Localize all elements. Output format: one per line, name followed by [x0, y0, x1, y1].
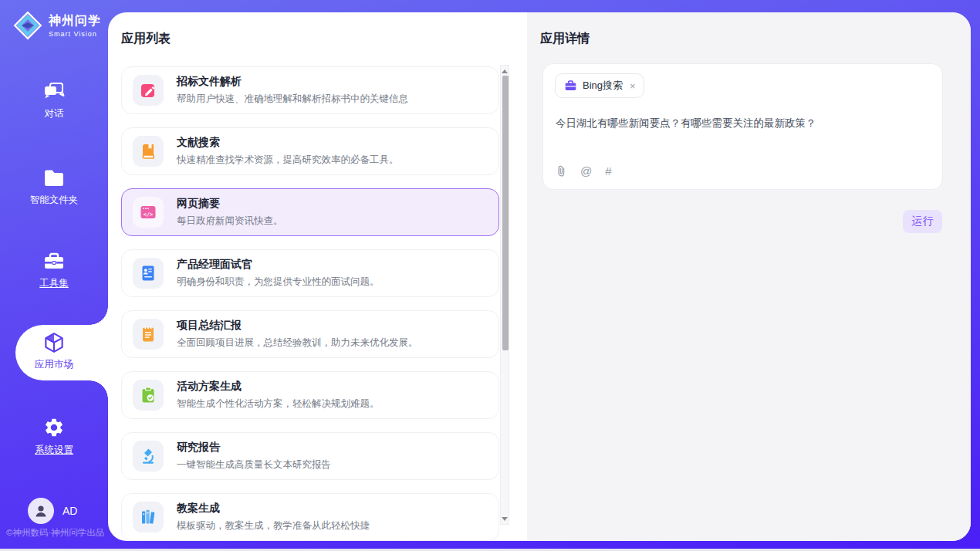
app-name: 产品经理面试官: [177, 258, 380, 272]
copyright-text: ©神州数码·神州问学出品: [6, 527, 108, 539]
app-name: 教案生成: [177, 502, 370, 516]
app-card[interactable]: </> 网页摘要 每日政府新闻资讯快查。: [121, 188, 499, 236]
app-card[interactable]: 招标文件解析 帮助用户快速、准确地理解和解析招标书中的关键信息: [121, 66, 499, 114]
app-description: 明确身份和职责，为您提供专业性的面试问题。: [177, 276, 380, 289]
tool-tag-label: Bing搜索: [583, 79, 623, 93]
diamond-logo-icon: [12, 10, 43, 41]
app-list-title: 应用列表: [121, 31, 171, 47]
app-description: 帮助用户快速、准确地理解和解析招标书中的关键信息: [177, 93, 408, 106]
chat-icon: [42, 80, 66, 102]
app-detail-title: 应用详情: [540, 31, 590, 47]
scroll-down-arrow-icon[interactable]: [501, 514, 509, 523]
sidebar-item-label: 应用市场: [35, 358, 73, 371]
briefcase-icon: [564, 80, 577, 92]
sidebar-item-label: 智能文件夹: [30, 194, 79, 207]
folder-icon: [42, 168, 66, 188]
app-description: 全面回顾项目进展，总结经验教训，助力未来优化发展。: [177, 336, 418, 350]
app-card[interactable]: 项目总结汇报 全面回顾项目进展，总结经验教训，助力未来优化发展。: [121, 310, 499, 358]
brand-text: 神州问学 Smart Vision: [49, 13, 101, 38]
notepad-icon: [133, 319, 164, 350]
query-composer[interactable]: Bing搜索 × 今日湖北有哪些新闻要点？有哪些需要关注的最新政策？ @ #: [542, 63, 943, 190]
app-name: 项目总结汇报: [177, 319, 418, 333]
app-window: 神州问学 Smart Vision 对话 智能文件夹: [0, 0, 980, 551]
microscope-icon: [133, 441, 164, 472]
app-description: 一键智能生成高质量长文本研究报告: [177, 458, 331, 472]
sidebar-item-label: 工具集: [39, 277, 69, 290]
app-name: 活动方案生成: [177, 380, 380, 394]
brand-subtitle: Smart Vision: [49, 30, 101, 38]
app-name: 研究报告: [177, 441, 331, 455]
pen-square-icon: [133, 75, 164, 106]
app-name: 文献搜索: [177, 136, 399, 150]
app-description: 每日政府新闻资讯快查。: [177, 215, 283, 228]
scroll-up-arrow-icon[interactable]: [501, 66, 509, 76]
composer-toolbar: @ #: [556, 164, 612, 177]
app-list-scrollbar[interactable]: [500, 65, 509, 525]
sidebar-item-app-market[interactable]: 应用市场: [0, 331, 108, 371]
brand-name: 神州问学: [49, 13, 101, 29]
browser-code-icon: </>: [133, 197, 164, 228]
user-name: AD: [63, 505, 77, 517]
svg-text:</>: </>: [144, 211, 154, 218]
sidebar-item-chat[interactable]: 对话: [0, 80, 108, 120]
books-icon: [133, 502, 164, 532]
gear-icon: [43, 417, 65, 438]
resume-icon: [133, 258, 164, 289]
clipboard-check-icon: [133, 380, 164, 411]
app-description: 模板驱动，教案生成，教学准备从此轻松快捷: [177, 519, 370, 532]
cube-icon: [42, 331, 66, 354]
user-account[interactable]: AD: [28, 498, 77, 524]
app-name: 网页摘要: [177, 197, 283, 211]
main-content: 应用列表 招标文件解析 帮助用户快速、准确地理解和解析招标书中的关键信息 文献搜…: [108, 12, 971, 541]
toolbox-icon: [42, 252, 66, 272]
sidebar-item-label: 系统设置: [35, 444, 73, 457]
app-card[interactable]: 文献搜索 快速精准查找学术资源，提高研究效率的必备工具。: [121, 127, 499, 175]
avatar: [28, 498, 54, 524]
app-description: 智能生成个性化活动方案，轻松解决规划难题。: [177, 397, 380, 411]
app-card[interactable]: 教案生成 模板驱动，教案生成，教学准备从此轻松快捷: [121, 493, 499, 541]
hash-icon[interactable]: #: [605, 164, 611, 177]
close-icon[interactable]: ×: [630, 80, 636, 92]
book-icon: [133, 136, 164, 167]
brand-logo: 神州问学 Smart Vision: [12, 10, 101, 41]
app-detail-panel: 应用详情 Bing搜索 × 今日湖北有哪些新闻要点？有哪些需要关注的最新政策？: [527, 12, 971, 541]
sidebar-item-smart-folder[interactable]: 智能文件夹: [0, 168, 108, 207]
scrollbar-thumb[interactable]: [502, 76, 509, 350]
query-text[interactable]: 今日湖北有哪些新闻要点？有哪些需要关注的最新政策？: [556, 117, 926, 130]
sidebar-item-label: 对话: [45, 107, 64, 120]
sidebar-item-system-settings[interactable]: 系统设置: [0, 417, 108, 457]
tool-tag-bing-search[interactable]: Bing搜索 ×: [555, 73, 644, 98]
app-card[interactable]: 活动方案生成 智能生成个性化活动方案，轻松解决规划难题。: [121, 371, 499, 419]
app-card[interactable]: 产品经理面试官 明确身份和职责，为您提供专业性的面试问题。: [121, 249, 499, 297]
app-card[interactable]: 研究报告 一键智能生成高质量长文本研究报告: [121, 432, 499, 480]
app-name: 招标文件解析: [177, 75, 408, 89]
run-button[interactable]: 运行: [903, 210, 942, 233]
sidebar-item-toolset[interactable]: 工具集: [0, 252, 108, 290]
at-icon[interactable]: @: [580, 164, 592, 177]
app-description: 快速精准查找学术资源，提高研究效率的必备工具。: [177, 154, 399, 167]
paperclip-icon[interactable]: [556, 164, 567, 177]
sidebar: 神州问学 Smart Vision 对话 智能文件夹: [0, 0, 108, 551]
